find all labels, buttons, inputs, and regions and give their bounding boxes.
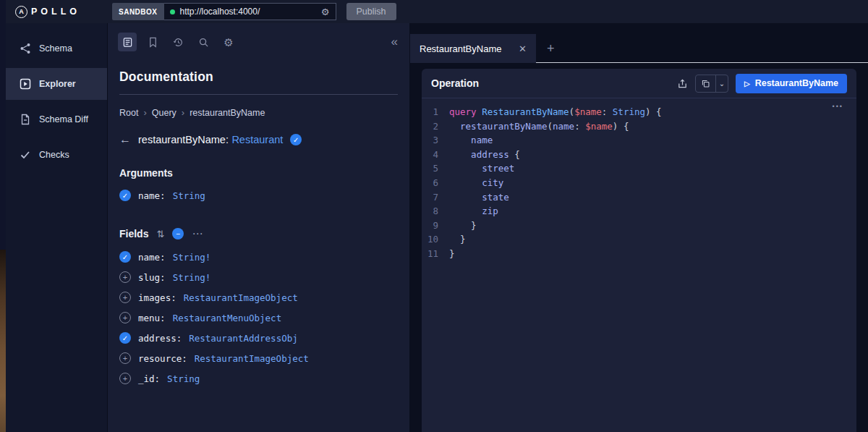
close-tab-icon[interactable]: ✕ [519,43,527,54]
sidebar-item-explorer[interactable]: Explorer [6,68,107,100]
sidebar: Schema Explorer Schema Diff Checks [6,23,107,432]
field-name: _id: [138,373,160,384]
line-number: 6 [422,176,449,190]
share-operation-button[interactable] [677,78,688,89]
sidebar-item-label: Schema Diff [39,114,88,124]
code-line[interactable]: 9 } [422,219,856,233]
field-row[interactable]: +images:RestaurantImageObject [108,287,409,308]
copy-options-chevron-icon[interactable]: ⌄ [715,75,728,92]
field-row[interactable]: +slug:String! [108,267,409,287]
breadcrumb-query[interactable]: Query [152,108,176,118]
field-type[interactable]: RestaurantImageObject [195,353,309,364]
desktop-edge [0,0,6,432]
code-line[interactable]: 7 state [422,190,856,205]
field-row[interactable]: ✓address:RestaurantAddressObj [108,328,409,348]
checkmark-icon [20,149,31,161]
field-type[interactable]: RestaurantImageObject [184,292,298,303]
selected-check-icon[interactable]: ✓ [119,190,131,201]
bookmark-icon [148,37,158,48]
field-row[interactable]: ✓name:String! [108,247,409,267]
editor-menu-dots-icon[interactable]: ••• [833,103,843,110]
history-icon [173,37,184,48]
graphql-editor[interactable]: 1query RestaurantByName($name: String) {… [422,98,856,261]
code-text: restaurantByName(name: $name) { [449,119,629,134]
schema-diff-icon [20,114,31,125]
operation-workspace: RestaurantByName ✕ + Operation [410,23,868,432]
fields-list: ✓name:String!+slug:String!+images:Restau… [108,247,409,389]
operation-tab-label: RestaurantByName [420,43,511,54]
run-operation-button[interactable]: ▷ RestaurantByName [736,74,847,93]
add-field-icon[interactable]: + [119,271,131,283]
apollo-logo[interactable]: A POLLO [15,6,80,18]
history-icon-button[interactable] [169,33,187,51]
add-field-icon[interactable]: + [119,373,131,384]
line-number: 7 [422,190,449,205]
sort-fields-icon[interactable]: ⇅ [156,229,164,240]
explorer-settings-button[interactable]: ⚙ [219,33,238,51]
sidebar-item-label: Checks [39,150,69,160]
field-type[interactable]: String! [173,272,211,283]
collapse-panel-icon[interactable]: « [391,33,398,51]
fields-more-options-icon[interactable]: ⋯ [192,227,203,240]
documentation-tab-icon[interactable] [118,33,137,51]
code-line[interactable]: 3 name [422,133,856,148]
field-name: resource: [138,353,187,364]
play-icon: ▷ [744,80,750,88]
selected-check-icon[interactable]: ✓ [119,332,131,344]
field-type[interactable]: String [173,190,205,201]
back-arrow-icon[interactable]: ← [119,133,131,146]
code-line[interactable]: 5 street [422,161,856,176]
top-bar: A POLLO SANDBOX http://localhost:4000/ ⚙… [6,0,868,23]
field-header-type[interactable]: Restaurant [231,134,283,145]
code-line[interactable]: 1query RestaurantByName($name: String) { [422,105,856,119]
add-field-icon[interactable]: + [119,312,131,323]
operation-tab[interactable]: RestaurantByName ✕ [410,34,536,63]
field-type[interactable]: RestaurantAddressObj [189,333,298,344]
operation-panel: Operation [422,69,856,432]
code-line[interactable]: 8 zip [422,204,856,219]
selected-check-icon[interactable]: ✓ [119,251,131,263]
code-line[interactable]: 11} [422,247,856,261]
add-tab-icon[interactable]: + [547,34,555,63]
endpoint-url-box[interactable]: http://localhost:4000/ ⚙ [164,3,336,20]
field-row[interactable]: +_id:String [108,368,409,389]
endpoint-url-input[interactable]: http://localhost:4000/ [180,7,316,17]
publish-button[interactable]: Publish [346,3,396,20]
code-line[interactable]: 2 restaurantByName(name: $name) { [422,119,856,134]
field-type[interactable]: RestaurantMenuObject [173,313,282,323]
field-row[interactable]: +menu:RestaurantMenuObject [108,308,409,328]
code-line[interactable]: 4 address { [422,148,856,162]
search-icon [198,37,209,48]
deselect-all-fields-icon[interactable]: − [172,228,184,240]
add-field-icon[interactable]: + [119,292,131,303]
operation-panel-header: Operation [422,69,856,98]
field-type[interactable]: String! [173,252,211,263]
search-icon-button[interactable] [194,33,213,51]
field-type[interactable]: String [167,373,200,384]
endpoint-settings-gear-icon[interactable]: ⚙ [321,7,330,17]
operation-tab-bar: RestaurantByName ✕ + [410,34,868,63]
code-text: } [449,232,466,247]
field-row[interactable]: +resource:RestaurantImageObject [108,348,409,368]
apollo-sandbox-app: A POLLO SANDBOX http://localhost:4000/ ⚙… [0,0,868,432]
code-line[interactable]: 10 } [422,232,856,247]
field-name: images: [138,292,176,303]
fields-heading-row: Fields ⇅ − ⋯ [119,227,398,240]
code-line[interactable]: 6 city [422,176,856,190]
breadcrumb-root[interactable]: Root [119,108,138,118]
operation-panel-title: Operation [431,77,479,89]
sidebar-item-schema-diff[interactable]: Schema Diff [6,103,107,135]
selected-check-icon[interactable]: ✓ [290,134,302,145]
share-icon [677,78,688,89]
docs-toolbar: ⚙ « [108,23,409,51]
code-text: name [449,133,493,148]
breadcrumb-current[interactable]: restaurantByName [190,108,265,118]
sidebar-item-checks[interactable]: Checks [6,139,107,171]
field-row[interactable]: ✓name:String [108,185,409,206]
sandbox-badge: SANDBOX [112,3,164,20]
saved-operations-icon[interactable] [143,33,162,51]
field-name: name: [138,252,166,263]
add-field-icon[interactable]: + [119,352,131,364]
copy-operation-button[interactable] [696,79,715,88]
sidebar-item-schema[interactable]: Schema [6,33,107,64]
